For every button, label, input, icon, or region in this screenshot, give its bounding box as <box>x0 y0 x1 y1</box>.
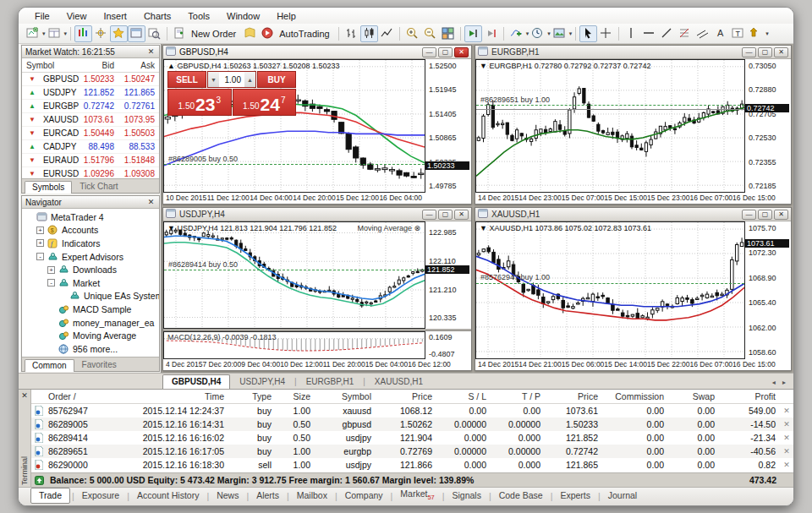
market-watch-row-xauusd[interactable]: ▼XAUUSD1073.611073.95 <box>22 113 159 127</box>
tab-symbols[interactable]: Symbols <box>25 181 72 194</box>
market-watch-row-euraud[interactable]: ▼EURAUD1.517961.51848 <box>22 154 159 167</box>
new-chart-icon[interactable] <box>24 25 41 42</box>
close-button[interactable]: ✕ <box>454 210 469 220</box>
menu-window[interactable]: Window <box>219 9 267 23</box>
minimize-button[interactable]: — <box>742 47 756 57</box>
bottom-tab-exposure[interactable]: Exposure <box>74 488 127 503</box>
navigator-item-accounts[interactable]: +$Accounts <box>24 224 159 237</box>
collapse-icon[interactable]: - <box>47 279 55 287</box>
metaeditor-icon[interactable] <box>241 25 259 42</box>
timeframes-icon[interactable] <box>529 25 546 42</box>
bottom-tab-market[interactable]: Market57 <box>392 487 442 504</box>
chart-title-bar[interactable]: XAUUSD,H1—▢✕ <box>475 208 791 221</box>
chart-title-bar[interactable]: EURGBP,H1—▢✕ <box>475 46 791 59</box>
close-order-icon[interactable]: ✕ <box>780 461 793 469</box>
autotrading-icon[interactable] <box>259 25 277 42</box>
close-order-icon[interactable]: ✕ <box>780 420 793 428</box>
new-order-icon[interactable] <box>171 25 189 42</box>
candlestick-mode-icon[interactable] <box>360 25 378 42</box>
close-order-icon[interactable]: ✕ <box>780 407 793 415</box>
column-time[interactable]: Time <box>107 391 228 401</box>
buy-button[interactable]: BUY <box>257 71 296 88</box>
navigator-item-956-more-[interactable]: 956 more... <box>24 342 159 356</box>
close-button[interactable]: ✕ <box>774 47 788 57</box>
chart-tab-gbpusd-h4[interactable]: GBPUSD,H4 <box>162 374 230 389</box>
expand-icon[interactable]: + <box>36 226 44 234</box>
chart-window-usdjpy-h4[interactable]: USDJPY,H4—▢✕▼ USDJPY,H4 121.813 121.904 … <box>162 207 472 371</box>
navigator-icon[interactable] <box>110 25 128 42</box>
zoom-in-icon[interactable] <box>403 25 421 42</box>
navigator-item-unique-eas-system-05[interactable]: Unique EAs System 05 <box>24 290 159 303</box>
indicators-icon[interactable] <box>508 25 525 42</box>
market-watch-row-eurcad[interactable]: ▼EURCAD1.504491.50503 <box>22 127 159 140</box>
restore-button[interactable]: ▢ <box>438 210 453 220</box>
navigator-item-moving-average[interactable]: Moving Average <box>24 329 159 342</box>
chart-window-eurgbp-h1[interactable]: EURGBP,H1—▢✕▼ EURGBP,H1 0.72780 0.72792 … <box>475 45 792 205</box>
menu-help[interactable]: Help <box>269 9 304 23</box>
bottom-tab-code-base[interactable]: Code Base <box>491 488 551 503</box>
market-watch-icon[interactable] <box>74 25 92 42</box>
market-watch-row-usdjpy[interactable]: ▲USDJPY121.852121.865 <box>22 86 159 100</box>
order-row-86289414[interactable]: 862894142015.12.16 16:16:02buy0.50usdjpy… <box>31 431 793 445</box>
vertical-line-icon[interactable] <box>623 25 640 42</box>
close-icon[interactable]: ✕ <box>21 391 28 400</box>
column-size[interactable]: Size <box>276 391 315 401</box>
order-row-85762947[interactable]: 857629472015.12.14 12:24:37buy1.00xauusd… <box>31 404 793 417</box>
strategy-tester-icon[interactable] <box>145 25 163 42</box>
column-profit[interactable]: Profit <box>719 391 780 401</box>
bottom-tab-mailbox[interactable]: Mailbox <box>289 488 335 503</box>
minimize-button[interactable]: — <box>742 210 756 220</box>
text-icon[interactable]: A <box>711 25 729 42</box>
column-swap[interactable]: Swap <box>668 391 719 401</box>
chart-tab-usdjpy-h4[interactable]: USDJPY,H4 <box>230 374 294 389</box>
volume-decrease-icon[interactable]: ▼ <box>208 72 219 87</box>
chart-tab-eurgbp-h1[interactable]: EURGBP,H1 <box>297 374 364 389</box>
collapse-icon[interactable]: - <box>36 253 44 260</box>
bottom-tab-journal[interactable]: Journal <box>601 488 645 503</box>
cursor-icon[interactable] <box>579 25 597 42</box>
profiles-icon[interactable] <box>46 25 63 42</box>
close-icon[interactable]: ✕ <box>146 47 156 56</box>
column-symbol[interactable]: Symbol <box>315 391 376 401</box>
tile-windows-icon[interactable] <box>439 25 457 42</box>
restore-button[interactable]: ▢ <box>758 47 772 57</box>
line-chart-mode-icon[interactable] <box>378 25 396 42</box>
bottom-tab-alerts[interactable]: Alerts <box>249 488 287 503</box>
order-row-86290000[interactable]: 862900002015.12.16 16:18:30sell1.00usdjp… <box>31 458 793 472</box>
column-price[interactable]: Price <box>376 391 436 401</box>
market-watch-row-eurgbp[interactable]: ▲EURGBP0.727420.72761 <box>22 100 159 113</box>
volume-increase-icon[interactable]: ▲ <box>244 72 255 87</box>
chart-title-bar[interactable]: GBPUSD,H4—▢✕ <box>163 46 471 59</box>
navigator-item-macd-sample[interactable]: MACD Sample <box>24 303 159 316</box>
column-commission[interactable]: Commission <box>602 391 668 401</box>
sell-button[interactable]: SELL <box>167 71 206 88</box>
menu-charts[interactable]: Charts <box>136 9 178 23</box>
arrows-icon[interactable] <box>747 25 765 42</box>
menu-view[interactable]: View <box>59 9 95 23</box>
macd-plot[interactable]: MACD(12,26,9) -0.0039 -0.1813 <box>163 331 425 359</box>
bottom-tab-signals[interactable]: Signals <box>445 488 489 503</box>
templates-icon[interactable] <box>551 25 568 42</box>
bar-chart-mode-icon[interactable] <box>343 25 360 42</box>
chart-plot[interactable]: ▼ USDJPY,H4 121.813 121.904 121.796 121.… <box>163 221 425 329</box>
chart-plot[interactable]: ▲ GBPUSD,H4 1.50263 1.50327 1.50208 1.50… <box>163 59 425 193</box>
column-price[interactable]: Price <box>545 391 602 401</box>
bottom-tab-experts[interactable]: Experts <box>552 488 598 503</box>
indicator-remove-icon[interactable]: ⊗ <box>414 224 420 232</box>
bottom-tab-company[interactable]: Company <box>337 488 391 503</box>
close-order-icon[interactable]: ✕ <box>780 434 793 442</box>
chart-window-xauusd-h1[interactable]: XAUUSD,H1—▢✕▼ XAUUSD,H1 1073.86 1075.02 … <box>475 207 792 371</box>
column-tp[interactable]: T / P <box>491 391 545 401</box>
navigator-item-market[interactable]: -Market <box>24 276 159 290</box>
tab-tick-chart[interactable]: Tick Chart <box>72 180 125 193</box>
fibonacci-icon[interactable] <box>676 25 694 42</box>
zoom-out-icon[interactable] <box>421 25 439 42</box>
restore-button[interactable]: ▢ <box>758 210 772 220</box>
expand-icon[interactable]: + <box>36 239 44 247</box>
column-type[interactable]: Type <box>228 391 276 401</box>
equidistant-channel-icon[interactable] <box>694 25 711 42</box>
order-row-86289005[interactable]: 862890052015.12.16 16:14:31buy0.50gbpusd… <box>31 417 793 431</box>
bottom-tab-trade[interactable]: Trade <box>30 488 70 504</box>
navigator-item-expert-advisors[interactable]: -Expert Advisors <box>24 250 159 264</box>
profiles-icon-caret[interactable]: ▾ <box>64 30 68 37</box>
